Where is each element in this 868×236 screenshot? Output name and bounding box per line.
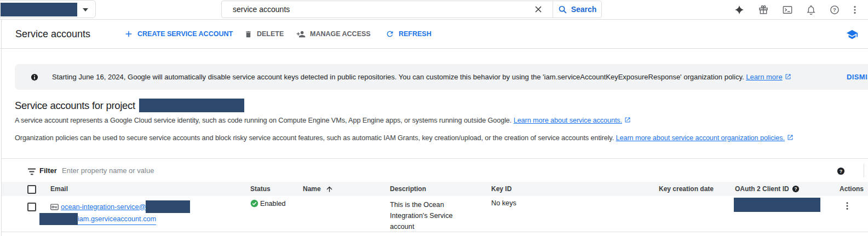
filter-label: Filter — [39, 159, 57, 182]
filter-bar: Filter Enter property name or value ? — [2, 158, 868, 182]
learning-icon[interactable] — [846, 28, 858, 41]
select-all-checkbox[interactable] — [27, 185, 36, 194]
project-id-redacted — [139, 99, 244, 112]
page-toolbar: Service accounts CREATE SERVICE ACCOUNT … — [0, 20, 868, 49]
column-header-oauth-client-id[interactable]: OAuth 2 Client ID? — [725, 185, 835, 193]
section-heading: Service accounts for project — [15, 99, 244, 112]
info-banner: Starting June 16, 2024, Google will auto… — [15, 64, 868, 90]
filter-input[interactable]: Enter property name or value — [62, 159, 154, 182]
project-name-redacted — [1, 3, 77, 16]
person-add-icon — [296, 30, 306, 39]
name-cell — [303, 196, 390, 232]
refresh-button[interactable]: REFRESH — [386, 20, 432, 48]
oauth-client-id-redacted — [734, 198, 820, 212]
dismiss-button[interactable]: DISMISS — [847, 64, 868, 90]
oauth-client-id-cell — [725, 196, 835, 232]
key-id-cell: No keys — [491, 196, 659, 232]
column-header-name[interactable]: Name — [303, 185, 390, 193]
filter-help-icon[interactable]: ? — [837, 167, 845, 175]
search-button[interactable]: Search — [553, 1, 601, 18]
actions-cell — [835, 196, 868, 232]
external-link-icon — [624, 117, 631, 123]
external-link-icon — [787, 134, 794, 141]
table-header: Email Status Name Description Key ID Key… — [2, 182, 868, 196]
gifts-icon[interactable] — [758, 4, 769, 15]
info-icon — [31, 73, 38, 81]
status-cell: Enabled — [250, 196, 303, 232]
clear-search-icon[interactable] — [534, 5, 543, 14]
filter-icon — [28, 168, 36, 175]
delete-button[interactable]: DELETE — [244, 20, 284, 48]
sort-ascending-icon — [325, 185, 334, 193]
manage-access-button[interactable]: MANAGE ACCESS — [296, 20, 371, 48]
help-icon[interactable]: ? — [829, 4, 840, 15]
svg-text:?: ? — [833, 7, 836, 13]
service-accounts-learn-more-link[interactable]: Learn more about service accounts. — [514, 117, 622, 124]
filter-divider — [864, 164, 864, 177]
top-bar: service accounts Search ? — [0, 0, 868, 20]
learn-more-link[interactable]: Learn more — [746, 73, 782, 81]
page-title: Service accounts — [15, 20, 90, 48]
email-redacted — [146, 200, 190, 213]
search-bar[interactable]: service accounts Search — [221, 1, 602, 18]
description-cell: This is the Ocean Integration's Service … — [390, 196, 461, 232]
intro-paragraph: A service account represents a Google Cl… — [15, 117, 631, 124]
column-header-key-creation-date[interactable]: Key creation date — [659, 185, 725, 193]
column-header-status[interactable]: Status — [250, 185, 303, 193]
org-policy-paragraph: Organization policies can be used to sec… — [15, 134, 794, 142]
column-header-description[interactable]: Description — [390, 185, 491, 193]
row-actions-icon[interactable] — [842, 200, 852, 211]
banner-message: Starting June 16, 2024, Google will auto… — [52, 64, 791, 90]
trash-icon — [244, 30, 252, 38]
search-icon — [558, 5, 567, 14]
gemini-sparkle-icon[interactable] — [734, 4, 745, 15]
search-input[interactable]: service accounts — [233, 1, 290, 18]
column-header-actions: Actions — [835, 185, 868, 193]
email-redacted — [39, 213, 78, 225]
more-options-icon[interactable] — [849, 4, 860, 15]
service-account-email-link[interactable]: iam.gserviceaccount.com — [78, 215, 156, 223]
service-account-icon — [50, 204, 59, 210]
plus-icon — [124, 30, 133, 38]
row-checkbox[interactable] — [27, 203, 36, 211]
create-service-account-button[interactable]: CREATE SERVICE ACCOUNT — [124, 20, 233, 48]
email-cell: ocean-integration-service@ iam.gservicea… — [46, 196, 250, 232]
notifications-icon[interactable] — [806, 4, 817, 15]
chevron-down-icon — [83, 8, 88, 11]
svg-text:?: ? — [794, 186, 797, 192]
column-header-email[interactable]: Email — [46, 185, 250, 193]
cloud-shell-icon[interactable] — [782, 4, 793, 15]
service-account-email-link[interactable]: ocean-integration-service@ — [61, 203, 146, 211]
refresh-icon — [386, 30, 394, 38]
external-link-icon — [785, 73, 791, 80]
key-creation-date-cell — [659, 196, 725, 232]
table-row: ocean-integration-service@ iam.gservicea… — [2, 196, 868, 232]
svg-text:?: ? — [840, 169, 842, 174]
project-selector[interactable] — [0, 0, 96, 18]
column-header-key-id[interactable]: Key ID — [491, 185, 659, 193]
org-policies-learn-more-link[interactable]: Learn more about service account organiz… — [616, 134, 785, 142]
oauth-help-icon[interactable]: ? — [792, 185, 800, 193]
status-enabled-icon — [250, 199, 258, 208]
